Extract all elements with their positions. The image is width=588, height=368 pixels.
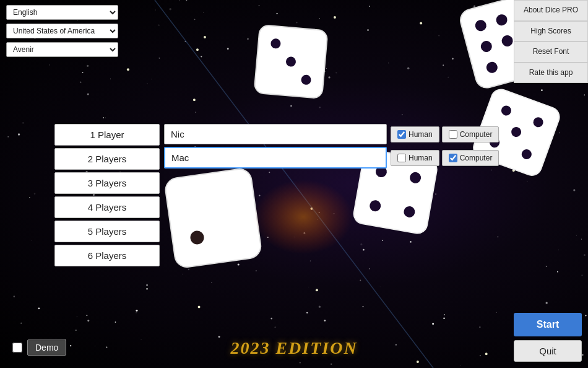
high-scores-button[interactable]: High Scores (514, 21, 588, 42)
player-inputs-area: Human Computer Human Computer (164, 124, 499, 169)
bottom-right-buttons: Start Quit (514, 313, 582, 362)
player-2-human-checkbox[interactable] (397, 154, 406, 162)
5-players-button[interactable]: 5 Players (54, 221, 160, 242)
player-1-human-label: Human (409, 130, 433, 139)
country-select[interactable]: United States of America United Kingdom … (6, 24, 118, 38)
language-select[interactable]: English Spanish French (6, 5, 118, 20)
player-1-human-button[interactable]: Human (391, 126, 439, 142)
player-1-computer-label: Computer (460, 130, 493, 139)
quit-button[interactable]: Quit (514, 340, 582, 362)
demo-area: Demo (12, 340, 66, 356)
player-2-human-button[interactable]: Human (391, 150, 439, 166)
player-1-name-input[interactable] (164, 124, 387, 144)
start-button[interactable]: Start (514, 313, 582, 336)
player-2-name-input[interactable] (164, 147, 387, 169)
rate-app-button[interactable]: Rate this app (514, 63, 588, 84)
3-players-button[interactable]: 3 Players (54, 172, 160, 194)
player-2-human-label: Human (409, 154, 433, 162)
player-2-computer-checkbox[interactable] (449, 154, 457, 162)
1-player-button[interactable]: 1 Player (54, 124, 160, 146)
top-right-menu: About Dice PRO High Scores Reset Font Ra… (514, 0, 588, 83)
demo-label: Demo (27, 340, 66, 356)
player-row-1: Human Computer (164, 124, 499, 144)
about-button[interactable]: About Dice PRO (514, 0, 588, 21)
6-players-button[interactable]: 6 Players (54, 245, 160, 266)
player-1-computer-checkbox[interactable] (449, 130, 457, 139)
player-2-type-group: Human Computer (391, 150, 499, 166)
reset-font-button[interactable]: Reset Font (514, 42, 588, 63)
2-players-button[interactable]: 2 Players (54, 148, 160, 170)
top-left-controls: English Spanish French United States of … (6, 5, 118, 57)
player-row-2: Human Computer (164, 147, 499, 169)
player-1-human-checkbox[interactable] (397, 130, 406, 139)
player-1-type-group: Human Computer (391, 126, 499, 142)
player-count-selector: 1 Player 2 Players 3 Players 4 Players 5… (54, 124, 160, 266)
font-select[interactable]: Avenir Arial Helvetica (6, 42, 118, 57)
player-1-computer-button[interactable]: Computer (442, 126, 499, 142)
demo-checkbox[interactable] (12, 343, 22, 353)
4-players-button[interactable]: 4 Players (54, 196, 160, 218)
edition-text: 2023 EDITION (230, 338, 357, 358)
player-2-computer-button[interactable]: Computer (442, 150, 499, 166)
player-2-computer-label: Computer (460, 154, 493, 162)
